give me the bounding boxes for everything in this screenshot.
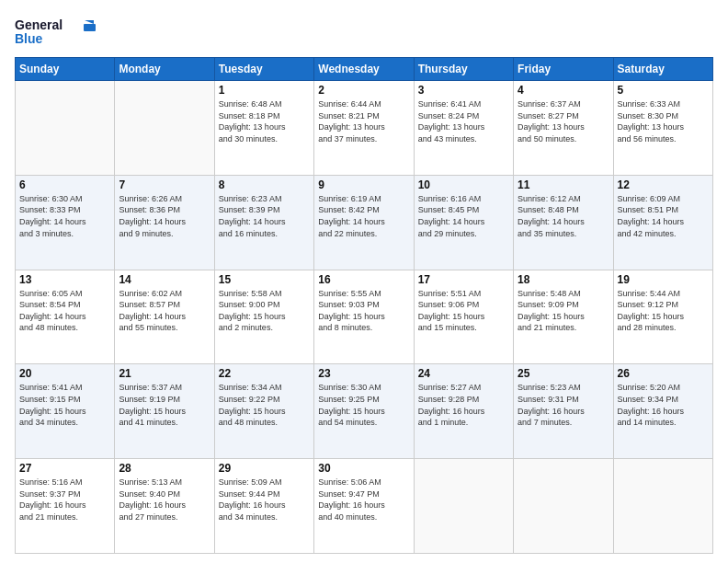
day-info: Sunrise: 6:02 AM Sunset: 8:57 PM Dayligh… bbox=[119, 288, 210, 334]
day-info: Sunrise: 6:33 AM Sunset: 8:30 PM Dayligh… bbox=[618, 98, 709, 144]
weekday-header-sunday: Sunday bbox=[16, 58, 115, 81]
day-info: Sunrise: 5:41 AM Sunset: 9:15 PM Dayligh… bbox=[19, 382, 110, 428]
week-row-4: 20Sunrise: 5:41 AM Sunset: 9:15 PM Dayli… bbox=[16, 364, 713, 459]
calendar-cell: 9Sunrise: 6:19 AM Sunset: 8:42 PM Daylig… bbox=[314, 175, 414, 270]
page: General Blue SundayMondayTuesdayWednesda… bbox=[0, 0, 728, 563]
day-number: 16 bbox=[318, 273, 409, 286]
calendar-cell: 17Sunrise: 5:51 AM Sunset: 9:06 PM Dayli… bbox=[414, 270, 513, 364]
calendar-cell bbox=[414, 459, 513, 554]
weekday-header-friday: Friday bbox=[514, 58, 613, 81]
calendar-cell: 3Sunrise: 6:41 AM Sunset: 8:24 PM Daylig… bbox=[414, 81, 513, 176]
day-number: 20 bbox=[19, 367, 110, 380]
day-info: Sunrise: 6:23 AM Sunset: 8:39 PM Dayligh… bbox=[219, 193, 310, 239]
calendar-cell: 24Sunrise: 5:27 AM Sunset: 9:28 PM Dayli… bbox=[414, 364, 513, 459]
day-info: Sunrise: 5:37 AM Sunset: 9:19 PM Dayligh… bbox=[119, 382, 210, 428]
calendar-cell bbox=[613, 459, 712, 554]
calendar-cell: 18Sunrise: 5:48 AM Sunset: 9:09 PM Dayli… bbox=[514, 270, 613, 364]
day-number: 14 bbox=[119, 273, 210, 286]
day-number: 17 bbox=[418, 273, 509, 286]
day-number: 22 bbox=[219, 367, 310, 380]
day-info: Sunrise: 5:44 AM Sunset: 9:12 PM Dayligh… bbox=[618, 288, 709, 334]
week-row-2: 6Sunrise: 6:30 AM Sunset: 8:33 PM Daylig… bbox=[16, 175, 713, 270]
day-number: 2 bbox=[318, 84, 409, 97]
calendar-cell: 15Sunrise: 5:58 AM Sunset: 9:00 PM Dayli… bbox=[214, 270, 313, 364]
weekday-header-monday: Monday bbox=[115, 58, 214, 81]
day-info: Sunrise: 6:26 AM Sunset: 8:36 PM Dayligh… bbox=[119, 193, 210, 239]
day-number: 25 bbox=[518, 367, 609, 380]
day-number: 4 bbox=[518, 84, 609, 97]
logo: General Blue bbox=[15, 15, 97, 48]
calendar-cell: 14Sunrise: 6:02 AM Sunset: 8:57 PM Dayli… bbox=[115, 270, 214, 364]
calendar-cell: 29Sunrise: 5:09 AM Sunset: 9:44 PM Dayli… bbox=[214, 459, 313, 554]
calendar-cell: 13Sunrise: 6:05 AM Sunset: 8:54 PM Dayli… bbox=[16, 270, 115, 364]
calendar-cell: 27Sunrise: 5:16 AM Sunset: 9:37 PM Dayli… bbox=[16, 459, 115, 554]
logo-svg: General Blue bbox=[15, 15, 97, 48]
calendar-cell: 22Sunrise: 5:34 AM Sunset: 9:22 PM Dayli… bbox=[214, 364, 313, 459]
day-info: Sunrise: 6:12 AM Sunset: 8:48 PM Dayligh… bbox=[518, 193, 609, 239]
day-info: Sunrise: 5:51 AM Sunset: 9:06 PM Dayligh… bbox=[418, 288, 509, 334]
day-number: 27 bbox=[19, 462, 110, 475]
svg-text:General: General bbox=[15, 17, 63, 32]
day-info: Sunrise: 5:30 AM Sunset: 9:25 PM Dayligh… bbox=[318, 382, 409, 428]
day-info: Sunrise: 6:30 AM Sunset: 8:33 PM Dayligh… bbox=[19, 193, 110, 239]
calendar-cell bbox=[514, 459, 613, 554]
day-info: Sunrise: 5:34 AM Sunset: 9:22 PM Dayligh… bbox=[219, 382, 310, 428]
calendar-cell: 20Sunrise: 5:41 AM Sunset: 9:15 PM Dayli… bbox=[16, 364, 115, 459]
calendar-cell bbox=[115, 81, 214, 176]
calendar-cell: 10Sunrise: 6:16 AM Sunset: 8:45 PM Dayli… bbox=[414, 175, 513, 270]
calendar-cell: 6Sunrise: 6:30 AM Sunset: 8:33 PM Daylig… bbox=[16, 175, 115, 270]
day-number: 3 bbox=[418, 84, 509, 97]
weekday-header-row: SundayMondayTuesdayWednesdayThursdayFrid… bbox=[16, 58, 713, 81]
day-info: Sunrise: 5:58 AM Sunset: 9:00 PM Dayligh… bbox=[219, 288, 310, 334]
calendar-cell: 8Sunrise: 6:23 AM Sunset: 8:39 PM Daylig… bbox=[214, 175, 313, 270]
day-info: Sunrise: 6:16 AM Sunset: 8:45 PM Dayligh… bbox=[418, 193, 509, 239]
weekday-header-wednesday: Wednesday bbox=[314, 58, 414, 81]
week-row-1: 1Sunrise: 6:48 AM Sunset: 8:18 PM Daylig… bbox=[16, 81, 713, 176]
weekday-header-thursday: Thursday bbox=[414, 58, 513, 81]
calendar-cell: 30Sunrise: 5:06 AM Sunset: 9:47 PM Dayli… bbox=[314, 459, 414, 554]
day-info: Sunrise: 5:16 AM Sunset: 9:37 PM Dayligh… bbox=[19, 477, 110, 523]
weekday-header-saturday: Saturday bbox=[613, 58, 712, 81]
calendar-cell: 5Sunrise: 6:33 AM Sunset: 8:30 PM Daylig… bbox=[613, 81, 712, 176]
day-number: 19 bbox=[618, 273, 709, 286]
day-info: Sunrise: 5:09 AM Sunset: 9:44 PM Dayligh… bbox=[219, 477, 310, 523]
day-info: Sunrise: 5:06 AM Sunset: 9:47 PM Dayligh… bbox=[318, 477, 409, 523]
day-info: Sunrise: 6:48 AM Sunset: 8:18 PM Dayligh… bbox=[219, 98, 310, 144]
day-number: 18 bbox=[518, 273, 609, 286]
day-info: Sunrise: 6:19 AM Sunset: 8:42 PM Dayligh… bbox=[318, 193, 409, 239]
calendar-cell: 21Sunrise: 5:37 AM Sunset: 9:19 PM Dayli… bbox=[115, 364, 214, 459]
calendar-cell: 23Sunrise: 5:30 AM Sunset: 9:25 PM Dayli… bbox=[314, 364, 414, 459]
day-number: 12 bbox=[618, 178, 709, 191]
day-info: Sunrise: 6:09 AM Sunset: 8:51 PM Dayligh… bbox=[618, 193, 709, 239]
day-info: Sunrise: 5:13 AM Sunset: 9:40 PM Dayligh… bbox=[119, 477, 210, 523]
day-info: Sunrise: 6:05 AM Sunset: 8:54 PM Dayligh… bbox=[19, 288, 110, 334]
day-number: 30 bbox=[318, 462, 409, 475]
day-number: 5 bbox=[618, 84, 709, 97]
calendar-table: SundayMondayTuesdayWednesdayThursdayFrid… bbox=[15, 57, 713, 554]
calendar-cell: 2Sunrise: 6:44 AM Sunset: 8:21 PM Daylig… bbox=[314, 81, 414, 176]
day-info: Sunrise: 6:41 AM Sunset: 8:24 PM Dayligh… bbox=[418, 98, 509, 144]
calendar-cell: 25Sunrise: 5:23 AM Sunset: 9:31 PM Dayli… bbox=[514, 364, 613, 459]
day-number: 26 bbox=[618, 367, 709, 380]
weekday-header-tuesday: Tuesday bbox=[214, 58, 313, 81]
calendar-cell: 28Sunrise: 5:13 AM Sunset: 9:40 PM Dayli… bbox=[115, 459, 214, 554]
day-number: 6 bbox=[19, 178, 110, 191]
day-info: Sunrise: 6:44 AM Sunset: 8:21 PM Dayligh… bbox=[318, 98, 409, 144]
day-number: 28 bbox=[119, 462, 210, 475]
day-number: 29 bbox=[219, 462, 310, 475]
day-info: Sunrise: 5:55 AM Sunset: 9:03 PM Dayligh… bbox=[318, 288, 409, 334]
day-number: 11 bbox=[518, 178, 609, 191]
day-info: Sunrise: 5:48 AM Sunset: 9:09 PM Dayligh… bbox=[518, 288, 609, 334]
day-info: Sunrise: 5:20 AM Sunset: 9:34 PM Dayligh… bbox=[618, 382, 709, 428]
day-number: 10 bbox=[418, 178, 509, 191]
calendar-cell: 11Sunrise: 6:12 AM Sunset: 8:48 PM Dayli… bbox=[514, 175, 613, 270]
calendar-cell: 19Sunrise: 5:44 AM Sunset: 9:12 PM Dayli… bbox=[613, 270, 712, 364]
week-row-5: 27Sunrise: 5:16 AM Sunset: 9:37 PM Dayli… bbox=[16, 459, 713, 554]
day-number: 9 bbox=[318, 178, 409, 191]
day-number: 15 bbox=[219, 273, 310, 286]
calendar-cell: 12Sunrise: 6:09 AM Sunset: 8:51 PM Dayli… bbox=[613, 175, 712, 270]
calendar-cell: 26Sunrise: 5:20 AM Sunset: 9:34 PM Dayli… bbox=[613, 364, 712, 459]
calendar-cell: 4Sunrise: 6:37 AM Sunset: 8:27 PM Daylig… bbox=[514, 81, 613, 176]
day-number: 7 bbox=[119, 178, 210, 191]
calendar-cell: 7Sunrise: 6:26 AM Sunset: 8:36 PM Daylig… bbox=[115, 175, 214, 270]
